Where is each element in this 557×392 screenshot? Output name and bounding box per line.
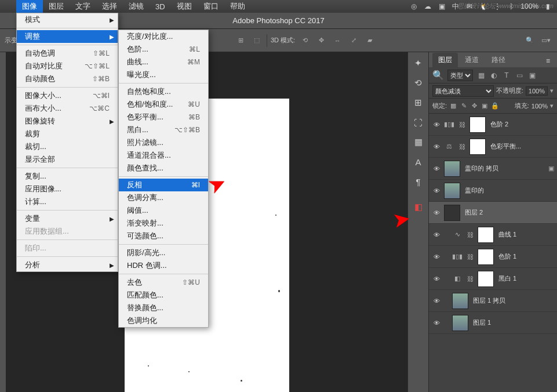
layer-row-4[interactable]: 👁图层 2 bbox=[429, 202, 557, 224]
menu-help[interactable]: 帮助 bbox=[224, 0, 251, 13]
workspace-icon[interactable]: ▭▾ bbox=[540, 34, 552, 47]
align-icon[interactable]: ⊞ bbox=[234, 34, 247, 47]
layer-row-1[interactable]: 👁⚖⛓色彩平衡... bbox=[429, 136, 557, 158]
mask-link-icon[interactable]: ⛓ bbox=[465, 230, 475, 240]
layer-thumbnail[interactable] bbox=[469, 117, 486, 133]
menu-view[interactable]: 视图 bbox=[171, 0, 198, 13]
menu-image[interactable]: 图像 bbox=[16, 0, 43, 13]
adjust-menu-item-5[interactable]: 自然饱和度... bbox=[119, 85, 208, 98]
layer-row-0[interactable]: 👁▮▯▮⛓色阶 2 bbox=[429, 114, 557, 136]
adjust-menu-item-13[interactable]: 反相⌘I bbox=[119, 179, 208, 191]
adjust-menu-item-17[interactable]: 可选颜色... bbox=[119, 230, 208, 242]
menu-filter[interactable]: 滤镜 bbox=[123, 0, 150, 13]
filter-shape-icon[interactable]: ▭ bbox=[515, 71, 524, 80]
filter-type-select[interactable]: 类型 bbox=[447, 70, 473, 81]
filter-pixel-icon[interactable]: ▦ bbox=[476, 71, 486, 80]
layer-visibility-icon[interactable]: 👁 bbox=[429, 209, 444, 216]
lock-move-icon[interactable]: ✥ bbox=[470, 102, 478, 110]
mask-link-icon[interactable]: ⛓ bbox=[457, 119, 467, 130]
layer-row-6[interactable]: 👁▮▯▮⛓色阶 1 bbox=[429, 246, 557, 268]
siri-icon[interactable]: ◎ bbox=[409, 2, 418, 10]
adjust-menu-item-22[interactable]: 去色⇧⌘U bbox=[119, 276, 208, 289]
lock-brush-icon[interactable]: ✎ bbox=[460, 102, 468, 110]
menu-type[interactable]: 文字 bbox=[70, 0, 96, 13]
layer-thumbnail[interactable] bbox=[444, 183, 460, 199]
image-menu-item-8[interactable]: 图像大小...⌥⌘I bbox=[17, 89, 118, 102]
search-icon[interactable]: 🔍 bbox=[523, 34, 536, 47]
menu-select[interactable]: 选择 bbox=[96, 0, 123, 13]
layer-name[interactable]: 色阶 2 bbox=[490, 120, 557, 129]
image-menu-item-5[interactable]: 自动对比度⌥⇧⌘L bbox=[17, 60, 118, 72]
adjust-menu-item-10[interactable]: 通道混合器... bbox=[119, 149, 208, 162]
swatches-panel-icon[interactable]: ⊞ bbox=[410, 94, 427, 111]
layer-visibility-icon[interactable]: 👁 bbox=[429, 275, 444, 282]
fill-value[interactable]: 100% bbox=[531, 103, 548, 110]
layer-row-7[interactable]: 👁◧⛓黑白 1 bbox=[429, 268, 557, 290]
layer-thumbnail[interactable] bbox=[452, 293, 468, 309]
filter-smart-icon[interactable]: ▣ bbox=[527, 71, 537, 80]
image-menu-item-17[interactable]: 计算... bbox=[17, 195, 118, 208]
layer-name[interactable]: 图层 2 bbox=[465, 208, 557, 217]
adjust-menu-item-2[interactable]: 曲线...⌘M bbox=[119, 56, 208, 68]
layer-thumbnail[interactable] bbox=[478, 249, 494, 265]
image-menu-item-19[interactable]: 变量▶ bbox=[17, 212, 118, 225]
layer-visibility-icon[interactable]: 👁 bbox=[429, 121, 444, 128]
type-panel-icon[interactable]: A bbox=[410, 153, 427, 170]
layer-visibility-icon[interactable]: 👁 bbox=[429, 297, 444, 304]
adjust-menu-item-16[interactable]: 渐变映射... bbox=[119, 217, 208, 230]
lock-pixels-icon[interactable]: ▩ bbox=[449, 102, 457, 110]
opacity-value[interactable]: 100% bbox=[526, 86, 548, 96]
adjust-menu-item-3[interactable]: 曝光度... bbox=[119, 68, 208, 81]
adjust-menu-item-11[interactable]: 颜色查找... bbox=[119, 162, 208, 175]
layer-visibility-icon[interactable]: 👁 bbox=[429, 187, 444, 194]
box-icon[interactable]: ▣ bbox=[437, 2, 446, 10]
layer-name[interactable]: 图层 1 bbox=[473, 318, 557, 327]
image-menu-item-24[interactable]: 分析▶ bbox=[17, 259, 118, 271]
layer-visibility-icon[interactable]: 👁 bbox=[429, 253, 444, 260]
3d-pan-icon[interactable]: ✥ bbox=[315, 34, 327, 47]
layer-row-9[interactable]: 👁图层 1 bbox=[429, 312, 557, 334]
layer-row-3[interactable]: 👁盖印的 bbox=[429, 180, 557, 202]
image-menu-item-10[interactable]: 图像旋转▶ bbox=[17, 115, 118, 128]
adjust-menu-item-7[interactable]: 色彩平衡...⌘B bbox=[119, 111, 208, 124]
lock-all-icon[interactable]: 🔒 bbox=[491, 102, 499, 110]
adjust-menu-item-19[interactable]: 阴影/高光... bbox=[119, 246, 208, 259]
adjust-menu-item-23[interactable]: 匹配颜色... bbox=[119, 289, 208, 302]
menu-3d[interactable]: 3D bbox=[150, 0, 171, 13]
image-menu-item-15[interactable]: 复制... bbox=[17, 170, 118, 183]
libraries-panel-icon[interactable]: ⛶ bbox=[410, 114, 427, 131]
tab-paths[interactable]: 路径 bbox=[486, 53, 511, 67]
layer-name[interactable]: 曲线 1 bbox=[498, 230, 557, 239]
layer-visibility-icon[interactable]: 👁 bbox=[429, 165, 444, 172]
filter-adjust-icon[interactable]: ◐ bbox=[489, 71, 498, 80]
layer-name[interactable]: 色彩平衡... bbox=[490, 142, 557, 151]
adjust-menu-item-8[interactable]: 黑白...⌥⇧⌘B bbox=[119, 124, 208, 136]
image-menu-item-16[interactable]: 应用图像... bbox=[17, 183, 118, 195]
adjust-menu-item-20[interactable]: HDR 色调... bbox=[119, 259, 208, 272]
adjust-menu-item-6[interactable]: 色相/饱和度...⌘U bbox=[119, 98, 208, 111]
history-panel-icon[interactable]: ⟲ bbox=[410, 74, 427, 92]
adjust-menu-item-15[interactable]: 阈值... bbox=[119, 204, 208, 217]
adjust-menu-item-9[interactable]: 照片滤镜... bbox=[119, 136, 208, 149]
layer-visibility-icon[interactable]: 👁 bbox=[429, 231, 444, 238]
tab-layers[interactable]: 图层 bbox=[432, 53, 458, 67]
layer-row-5[interactable]: 👁∿⛓曲线 1 bbox=[429, 224, 557, 246]
image-menu-item-4[interactable]: 自动色调⇧⌘L bbox=[17, 47, 118, 60]
layer-thumbnail[interactable] bbox=[478, 227, 494, 243]
layer-name[interactable]: 色阶 1 bbox=[498, 252, 557, 261]
paragraph-panel-icon[interactable]: ¶ bbox=[410, 173, 427, 190]
adjust-menu-item-14[interactable]: 色调分离... bbox=[119, 191, 208, 204]
image-menu-item-11[interactable]: 裁剪 bbox=[17, 128, 118, 140]
image-menu-item-2[interactable]: 调整▶ bbox=[17, 30, 118, 43]
layer-thumbnail[interactable] bbox=[478, 271, 494, 287]
tab-channels[interactable]: 通道 bbox=[459, 53, 485, 67]
layer-name[interactable]: 盖印的 拷贝 bbox=[465, 164, 545, 173]
brush-panel-icon[interactable]: ✦ bbox=[410, 55, 427, 72]
cc-icon[interactable]: ☁ bbox=[423, 2, 432, 10]
image-menu-item-13[interactable]: 显示全部 bbox=[17, 153, 118, 166]
lock-artboard-icon[interactable]: ▣ bbox=[480, 102, 489, 110]
3d-dolly-icon[interactable]: ↔ bbox=[331, 34, 344, 47]
image-menu-item-0[interactable]: 模式▶ bbox=[17, 13, 118, 26]
layer-name[interactable]: 盖印的 bbox=[465, 186, 557, 195]
layer-name[interactable]: 图层 1 拷贝 bbox=[473, 296, 557, 305]
